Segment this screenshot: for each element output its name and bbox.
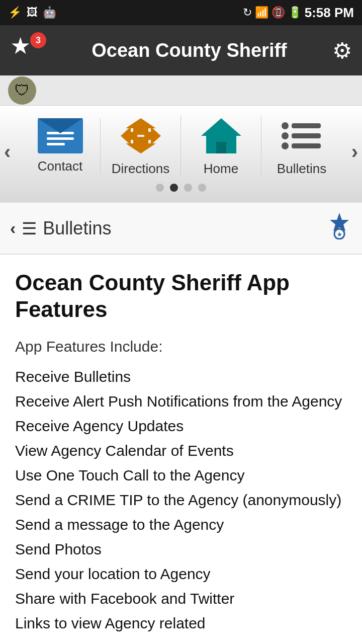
rotate-icon: ↻ xyxy=(243,6,252,19)
svg-rect-7 xyxy=(292,123,321,128)
back-button[interactable]: ‹ xyxy=(10,218,16,238)
carousel-right-arrow[interactable]: › xyxy=(351,140,358,163)
battery-icon: 🔋 xyxy=(288,6,302,19)
list-icon: ☰ xyxy=(22,218,37,238)
list-item: Receive Alert Push Notifications from th… xyxy=(15,390,347,413)
nav-home-label: Home xyxy=(204,161,238,177)
envelope-flap xyxy=(38,118,83,133)
nav-item-home[interactable]: Home xyxy=(181,116,261,177)
svg-point-6 xyxy=(282,122,289,129)
list-item: Send a message to the Agency xyxy=(15,513,347,536)
bulletins-section-header: ‹ ☰ Bulletins ★ xyxy=(0,202,362,255)
envelope-lines xyxy=(47,132,74,145)
nav-items-container: Contact Directions Home xyxy=(0,116,362,177)
dot-4[interactable] xyxy=(198,184,206,192)
features-list: Receive Bulletins Receive Alert Push Not… xyxy=(15,365,347,634)
nav-item-contact[interactable]: Contact xyxy=(20,118,101,174)
status-bar: ⚡ 🖼 🤖 ↻ 📶 📵 🔋 5:58 PM xyxy=(0,0,362,25)
wifi-icon: 📶 xyxy=(255,6,268,19)
nav-directions-label: Directions xyxy=(112,161,170,177)
list-item: Share with Facebook and Twitter xyxy=(15,587,347,610)
android-icon: 🤖 xyxy=(43,6,56,19)
app-title: Ocean County Sheriff xyxy=(92,40,287,61)
nav-carousel: ‹ Contact Directions xyxy=(0,106,362,202)
svg-rect-9 xyxy=(292,133,321,138)
list-item: Links to view Agency related xyxy=(15,612,347,634)
bulletins-icon xyxy=(279,116,324,156)
toolbar: ★ 3 Ocean County Sheriff ⚙ xyxy=(0,25,362,75)
list-item: Send your location to Agency xyxy=(15,562,347,585)
usb-icon: ⚡ xyxy=(8,6,22,19)
carousel-left-arrow[interactable]: ‹ xyxy=(4,140,11,163)
dot-1[interactable] xyxy=(156,184,164,192)
agency-banner: 🛡 xyxy=(0,75,362,106)
status-bar-right: ↻ 📶 📵 🔋 5:58 PM xyxy=(243,5,354,21)
image-icon: 🖼 xyxy=(27,6,38,19)
list-item: Receive Agency Updates xyxy=(15,415,347,437)
signal-x-icon: 📵 xyxy=(272,6,285,19)
envelope-icon xyxy=(38,118,83,153)
nav-contact-label: Contact xyxy=(38,158,83,174)
content-area: Ocean County Sheriff App Features App Fe… xyxy=(0,255,362,644)
envelope-line xyxy=(47,137,74,140)
agency-logo: 🛡 xyxy=(8,76,36,105)
carousel-dots xyxy=(0,177,362,197)
bulletins-section-title: Bulletins xyxy=(43,218,111,239)
bulletins-header-left: ‹ ☰ Bulletins xyxy=(10,218,111,239)
svg-rect-11 xyxy=(292,143,321,148)
dot-2[interactable] xyxy=(170,184,178,192)
svg-point-8 xyxy=(282,132,289,139)
list-item: Receive Bulletins xyxy=(15,365,347,388)
dot-3[interactable] xyxy=(184,184,192,192)
nav-item-directions[interactable]: Directions xyxy=(101,116,181,177)
settings-button[interactable]: ⚙ xyxy=(332,38,352,63)
badge-count: 3 xyxy=(30,32,46,48)
home-icon xyxy=(199,116,244,156)
status-time: 5:58 PM xyxy=(305,5,354,21)
svg-rect-5 xyxy=(216,142,226,153)
star-icon: ★ xyxy=(10,33,31,59)
svg-text:★: ★ xyxy=(337,231,342,238)
nav-item-bulletins[interactable]: Bulletins xyxy=(261,116,342,177)
list-item: Send a CRIME TIP to the Agency (anonymou… xyxy=(15,489,347,511)
directions-icon xyxy=(118,116,163,156)
list-item: View Agency Calendar of Events xyxy=(15,439,347,462)
list-item: Send Photos xyxy=(15,538,347,560)
svg-point-10 xyxy=(282,142,289,149)
award-icon: ★ xyxy=(327,212,352,245)
nav-bulletins-label: Bulletins xyxy=(277,161,326,177)
list-item: Use One Touch Call to the Agency xyxy=(15,464,347,487)
favorites-button[interactable]: ★ 3 xyxy=(10,32,46,68)
features-subtitle: App Features Include: xyxy=(15,338,347,355)
status-bar-left: ⚡ 🖼 🤖 xyxy=(8,6,56,19)
content-main-title: Ocean County Sheriff App Features xyxy=(15,270,347,323)
